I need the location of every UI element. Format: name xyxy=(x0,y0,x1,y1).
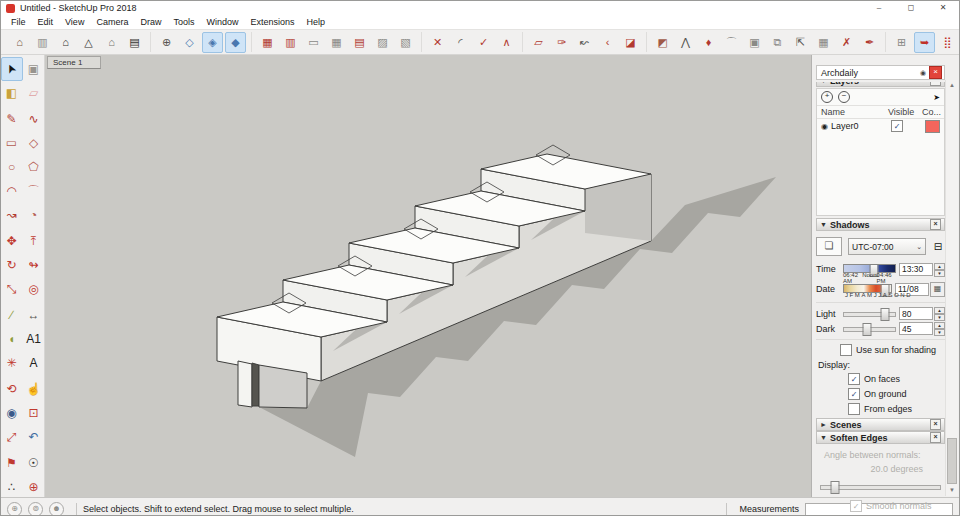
light-input[interactable]: 80 xyxy=(899,307,933,320)
remove-layer-button[interactable]: − xyxy=(838,91,850,103)
extension-hatch2-icon[interactable]: ▧ xyxy=(395,32,416,53)
move-tool-icon[interactable]: ✥ xyxy=(1,229,23,253)
zoom-window-icon[interactable]: ⊡ xyxy=(23,401,45,425)
orbit-tool-icon[interactable]: ⟲ xyxy=(1,377,23,401)
display-option-row[interactable]: ✓On faces xyxy=(848,373,945,385)
dark-input[interactable]: 45 xyxy=(899,322,933,335)
geolocation-icon[interactable]: ⊕ xyxy=(7,502,22,516)
protractor-icon[interactable]: ◖ xyxy=(1,327,23,351)
previous-view-icon[interactable]: ↶ xyxy=(23,425,45,449)
claim-credit-icon[interactable]: ⊚ xyxy=(28,502,43,516)
follow-me-icon[interactable]: ↬ xyxy=(23,253,45,277)
menu-draw[interactable]: Draw xyxy=(134,17,167,27)
extension-fence-icon[interactable]: ▦ xyxy=(257,32,278,53)
circle-icon[interactable]: ○ xyxy=(1,155,23,179)
line-tool-icon[interactable]: ✎ xyxy=(1,107,23,131)
chevron-tool-icon[interactable]: ‹ xyxy=(597,32,618,53)
layer-row[interactable]: ◉ Layer0 ✓ xyxy=(817,119,944,133)
soften-option-row[interactable]: ✓Smooth normals xyxy=(850,500,943,512)
look-around-icon[interactable]: ☉ xyxy=(23,451,45,475)
select-tool-icon[interactable]: ➤ xyxy=(1,57,23,81)
curve-icon[interactable]: ↝ xyxy=(1,203,23,227)
staircase-model[interactable] xyxy=(45,55,811,497)
drop-tool-icon[interactable]: ♦ xyxy=(698,32,719,53)
camera-right-icon[interactable]: ▤ xyxy=(124,32,145,53)
text-tool-icon[interactable]: A1 xyxy=(23,327,45,351)
camera-iso-icon[interactable]: ⌂ xyxy=(9,32,30,53)
paint-bucket-icon[interactable]: ◧ xyxy=(1,81,23,105)
menu-extensions[interactable]: Extensions xyxy=(244,17,300,27)
layers-close-icon[interactable]: × xyxy=(930,82,941,86)
section-fill-icon[interactable]: ◆ xyxy=(225,32,246,53)
use-sun-checkbox[interactable] xyxy=(840,344,852,356)
curve-check-icon[interactable]: ✓ xyxy=(473,32,494,53)
menu-file[interactable]: File xyxy=(5,17,32,27)
soften-slider-thumb[interactable] xyxy=(830,481,839,494)
light-slider-thumb[interactable] xyxy=(881,308,890,321)
scene-tab[interactable]: Scene 1 xyxy=(47,56,101,69)
soften-option-checkbox[interactable]: ✓ xyxy=(850,500,862,512)
tape-measure-icon[interactable]: ∕ xyxy=(1,303,23,327)
current-layer-radio[interactable]: ◉ xyxy=(821,122,828,131)
polygon-icon[interactable]: ⬠ xyxy=(23,155,45,179)
axes-tool-icon[interactable]: ✳ xyxy=(1,351,23,375)
time-slider[interactable]: 06:42 AMNoon04:46 PM xyxy=(843,263,896,276)
pan-tool-icon[interactable]: ☝ xyxy=(23,377,45,401)
layer-visible-checkbox[interactable]: ✓ xyxy=(891,120,903,132)
soften-slider[interactable] xyxy=(820,480,941,492)
dark-slider[interactable] xyxy=(843,322,896,335)
camera-back-icon[interactable]: ▥ xyxy=(32,32,53,53)
dimension-icon[interactable]: ↔ xyxy=(23,303,45,327)
compass-tool-icon[interactable]: ⋀ xyxy=(675,32,696,53)
make-component-icon[interactable]: ▣ xyxy=(23,57,45,81)
display-option-checkbox[interactable] xyxy=(848,403,860,415)
photo-frames-icon[interactable]: ▦ xyxy=(813,32,834,53)
dark-slider-thumb[interactable] xyxy=(862,323,871,336)
pie-icon[interactable]: ◔ xyxy=(23,203,45,227)
freehand-icon[interactable]: ∿ xyxy=(23,107,45,131)
camera-front-icon[interactable]: ⌂ xyxy=(55,32,76,53)
extension-picket-icon[interactable]: ▥ xyxy=(280,32,301,53)
scrollbar-thumb[interactable] xyxy=(947,438,957,484)
scenes-panel-header[interactable]: ► Scenes × xyxy=(816,418,945,431)
arc-select-icon[interactable]: ◜ xyxy=(450,32,471,53)
push-pull-icon[interactable]: ⤒ xyxy=(23,229,45,253)
scroll-down-icon[interactable]: ▼ xyxy=(946,485,958,496)
dark-stepper[interactable]: ▲ ▼ xyxy=(934,322,945,335)
extension-frame-icon[interactable]: ▭ xyxy=(303,32,324,53)
model-viewport[interactable]: Scene 1 xyxy=(45,55,811,497)
dome-tool-icon[interactable]: ⌒ xyxy=(721,32,742,53)
pin-tool-icon[interactable]: ✗ xyxy=(836,32,857,53)
menu-edit[interactable]: Edit xyxy=(32,17,60,27)
shadows-panel-header[interactable]: ▼ Shadows × xyxy=(816,218,945,231)
two-point-arc-icon[interactable]: ⌒ xyxy=(23,179,45,203)
tray-title-bar[interactable]: Archdaily ◉ × xyxy=(816,65,945,80)
camera-top-icon[interactable]: △ xyxy=(78,32,99,53)
light-stepper[interactable]: ▲ ▼ xyxy=(934,307,945,320)
time-stepper[interactable]: ▲ ▼ xyxy=(934,263,945,276)
soften-edges-panel-header[interactable]: ▼ Soften Edges × xyxy=(816,431,945,444)
scroll-up-icon[interactable]: ▲ xyxy=(946,80,958,91)
select-frame-icon[interactable]: ⇱ xyxy=(790,32,811,53)
add-layer-button[interactable]: + xyxy=(821,91,833,103)
tray-scrollbar[interactable]: ▲ ▼ xyxy=(945,80,958,496)
spin-up-icon[interactable]: ▲ xyxy=(934,322,945,329)
scale-tool-icon[interactable]: ⤡ xyxy=(1,277,23,301)
plane-tool-icon[interactable]: ◪ xyxy=(620,32,641,53)
walkthrough-icon[interactable]: ⊕ xyxy=(156,32,177,53)
time-input[interactable]: 13:30 xyxy=(899,263,933,276)
shape-tool-icon[interactable]: ▱ xyxy=(528,32,549,53)
collapse-arrow-icon[interactable]: ▼ xyxy=(820,82,827,84)
zoom-extents-icon[interactable]: ⤢ xyxy=(1,425,23,449)
rectangle-icon[interactable]: ▭ xyxy=(1,131,23,155)
menu-view[interactable]: View xyxy=(59,17,90,27)
su-logo-icon[interactable]: ⣿ xyxy=(937,32,958,53)
shadow-display-icon[interactable]: ⊟ xyxy=(931,241,945,252)
path-tool-icon[interactable]: ↜ xyxy=(574,32,595,53)
eraser-icon[interactable]: ▱ xyxy=(23,81,45,105)
zoom-tool-icon[interactable]: ◉ xyxy=(1,401,23,425)
menu-camera[interactable]: Camera xyxy=(90,17,134,27)
date-slider[interactable]: JFMAMJJASOND xyxy=(843,283,892,296)
add-location-icon[interactable]: ⊕ xyxy=(23,475,45,499)
shadows-close-icon[interactable]: × xyxy=(930,219,941,230)
